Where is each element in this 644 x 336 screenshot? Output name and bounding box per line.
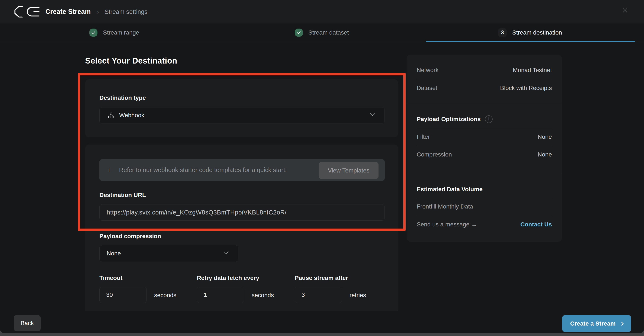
back-button[interactable]: Back bbox=[14, 315, 41, 331]
arrow-right-icon: → bbox=[471, 221, 477, 228]
chevron-down-icon bbox=[224, 251, 229, 254]
filter-value: None bbox=[538, 134, 552, 140]
footer-bar: Back Create a Stream bbox=[0, 311, 644, 333]
retry-unit: seconds bbox=[252, 292, 274, 299]
chevron-right-icon bbox=[620, 322, 624, 326]
close-icon[interactable] bbox=[623, 8, 627, 13]
summary-row-payload-opt: Payload Optimizations i bbox=[417, 110, 552, 128]
create-stream-button[interactable]: Create a Stream bbox=[562, 315, 631, 332]
frontfill-label: Frontfill Monthly Data bbox=[417, 203, 473, 210]
active-step-underline bbox=[426, 41, 635, 42]
step-label: Stream range bbox=[103, 29, 139, 36]
check-icon bbox=[89, 28, 98, 37]
network-label: Network bbox=[417, 67, 439, 74]
destination-url-value: https://play.svix.com/in/e_KOzgW8sQ3BmTH… bbox=[106, 209, 286, 216]
section-heading: Select Your Destination bbox=[85, 56, 177, 66]
timeout-value: 30 bbox=[106, 292, 113, 298]
retry-value: 1 bbox=[204, 292, 207, 298]
dataset-value: Block with Receipts bbox=[500, 85, 552, 92]
webhook-icon bbox=[108, 112, 114, 119]
top-bar: Create Stream › Stream settings bbox=[0, 0, 644, 24]
timeout-unit: seconds bbox=[154, 292, 176, 299]
summary-row-compression: Compression None bbox=[417, 146, 552, 163]
destination-type-select[interactable]: Webhook bbox=[99, 107, 385, 124]
contact-us-link[interactable]: Contact Us bbox=[520, 221, 552, 228]
step-label: Stream dataset bbox=[308, 29, 349, 36]
breadcrumb-separator-icon: › bbox=[97, 8, 99, 16]
summary-row-network: Network Monad Testnet bbox=[417, 61, 552, 79]
step-stream-dataset[interactable]: Stream dataset bbox=[295, 24, 349, 42]
app-logo-icon bbox=[14, 6, 40, 18]
destination-settings-card: i Refer to our webhook starter code temp… bbox=[85, 144, 398, 311]
destination-type-card: Destination type Webhook bbox=[85, 79, 398, 137]
compression-value: None bbox=[538, 151, 552, 158]
info-circle-icon[interactable]: i bbox=[485, 115, 492, 123]
step-number-badge: 3 bbox=[498, 28, 507, 37]
payload-optimizations-label: Payload Optimizations bbox=[417, 116, 481, 122]
chevron-down-icon bbox=[370, 113, 375, 116]
pause-unit: retries bbox=[350, 292, 366, 299]
info-icon: i bbox=[108, 167, 110, 174]
filter-label: Filter bbox=[417, 134, 430, 140]
banner-text: Refer to our webhook starter code templa… bbox=[119, 166, 287, 174]
pause-input[interactable]: 3 bbox=[295, 287, 342, 303]
retry-label: Retry data fetch every bbox=[197, 274, 259, 282]
compression-label: Compression bbox=[417, 151, 452, 158]
timeout-input[interactable]: 30 bbox=[99, 287, 147, 303]
step-stream-range[interactable]: Stream range bbox=[89, 24, 139, 42]
dataset-label: Dataset bbox=[417, 85, 437, 92]
check-icon bbox=[295, 28, 303, 37]
create-stream-modal: Create Stream › Stream settings Stream r… bbox=[0, 0, 644, 333]
destination-type-value: Webhook bbox=[119, 112, 144, 119]
webhook-templates-banner: i Refer to our webhook starter code temp… bbox=[99, 159, 385, 181]
summary-row-edv: Estimated Data Volume bbox=[417, 180, 552, 198]
network-value: Monad Testnet bbox=[513, 67, 552, 74]
payload-compression-value: None bbox=[106, 250, 121, 257]
retry-input[interactable]: 1 bbox=[197, 287, 244, 303]
step-label: Stream destination bbox=[512, 29, 562, 36]
page-title: Create Stream bbox=[46, 8, 91, 16]
pause-label: Pause stream after bbox=[295, 274, 348, 282]
breadcrumb: Stream settings bbox=[104, 8, 147, 15]
step-bar: Stream range Stream dataset 3 Stream des… bbox=[0, 24, 644, 42]
payload-compression-select[interactable]: None bbox=[99, 245, 238, 262]
send-message-label: Send us a message → bbox=[417, 221, 477, 228]
destination-url-label: Destination URL bbox=[99, 192, 146, 198]
summary-row-contact: Send us a message → Contact Us bbox=[417, 215, 552, 234]
destination-url-input[interactable]: https://play.svix.com/in/e_KOzgW8sQ3BmTH… bbox=[99, 204, 385, 221]
view-templates-button[interactable]: View Templates bbox=[319, 162, 378, 179]
timeout-label: Timeout bbox=[99, 274, 122, 282]
step-stream-destination[interactable]: 3 Stream destination bbox=[498, 24, 562, 42]
pause-value: 3 bbox=[302, 292, 305, 298]
payload-compression-label: Payload compression bbox=[99, 233, 161, 240]
summary-panel: Network Monad Testnet Dataset Block with… bbox=[407, 54, 562, 242]
summary-row-frontfill: Frontfill Monthly Data bbox=[417, 198, 552, 215]
destination-type-label: Destination type bbox=[99, 94, 146, 101]
summary-row-filter: Filter None bbox=[417, 128, 552, 146]
create-stream-label: Create a Stream bbox=[570, 320, 616, 327]
estimated-data-volume-label: Estimated Data Volume bbox=[417, 186, 482, 193]
summary-row-dataset: Dataset Block with Receipts bbox=[417, 79, 552, 97]
